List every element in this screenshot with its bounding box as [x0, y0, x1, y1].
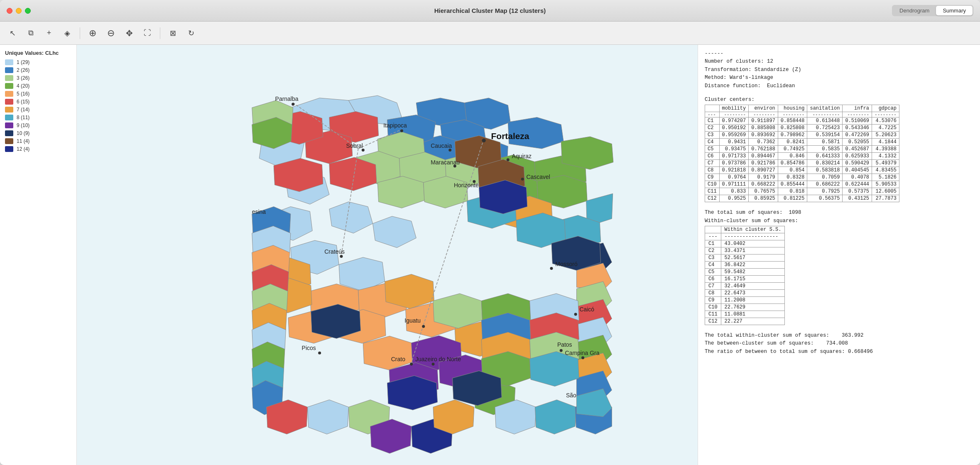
cluster-row-c10: C100.9711110.6682220.8554440.6862220.622… — [705, 181, 899, 188]
cluster-c2-mobility: 0.950192 — [719, 125, 749, 132]
within-ss-c5: 59.5482 — [721, 269, 785, 276]
cluster-c2-infra: 0.543346 — [843, 125, 872, 132]
refresh-tool[interactable]: ↻ — [184, 26, 198, 41]
cluster-c11-gdpcap: 12.6005 — [872, 188, 899, 195]
cluster-c8-sanitation: 0.583818 — [807, 167, 843, 174]
svg-text:Patos: Patos — [557, 341, 572, 348]
cluster-c7-sanitation: 0.830214 — [807, 160, 843, 167]
cluster-c9-sanitation: 0.7059 — [807, 174, 843, 181]
cluster-c12-sanitation: 0.56375 — [807, 195, 843, 202]
svg-point-115 — [432, 362, 435, 365]
svg-point-114 — [410, 362, 413, 365]
col-sanitation: sanitation — [807, 105, 843, 112]
within-ss-c9: 11.2008 — [721, 297, 785, 304]
legend-swatch-3 — [5, 75, 13, 81]
cluster-row-c6: C60.9717330.8944670.8460.6413330.6259334… — [705, 153, 899, 160]
zoom-in-tool[interactable]: ⊕ — [85, 26, 100, 41]
fullscreen-tool[interactable]: ⛶ — [140, 26, 155, 41]
svg-point-105 — [521, 178, 524, 181]
toolbar: ↖ ⧉ + ◈ ⊕ ⊖ ✥ ⛶ ⊠ ↻ — [0, 22, 980, 45]
legend-item-4: 4 (20) — [5, 83, 71, 89]
cluster-row-c8: C80.9218180.8907270.8540.5838180.4045454… — [705, 167, 899, 174]
svg-text:Picos: Picos — [302, 345, 316, 351]
cluster-c9-housing: 0.8328 — [778, 174, 807, 181]
cluster-c6-id: C6 — [705, 153, 720, 160]
summary-between-cluster: The between-cluster sum of squares: 734.… — [705, 340, 973, 348]
within-id-c12: C12 — [705, 318, 721, 325]
legend-item-2: 2 (26) — [5, 67, 71, 73]
svg-text:Campina Gra: Campina Gra — [565, 350, 600, 356]
summary-panel: ------ Number of clusters: 12 Transforma… — [698, 45, 980, 465]
cluster-c5-housing: 0.74925 — [778, 146, 807, 153]
within-ss-c12: 22.227 — [721, 318, 785, 325]
within-id-c2: C2 — [705, 247, 721, 255]
cluster-c12-id: C12 — [705, 195, 720, 202]
within-ss-c11: 11.0881 — [721, 311, 785, 318]
minimize-button[interactable] — [16, 8, 22, 14]
legend-swatch-6 — [5, 99, 13, 105]
legend-label-11: 11 (4) — [17, 138, 29, 144]
close-button[interactable] — [7, 8, 12, 14]
cluster-row-c11: C110.8330.765750.8180.79250.5737512.6005 — [705, 188, 899, 195]
cluster-c2-gdpcap: 4.7225 — [872, 125, 899, 132]
svg-point-106 — [448, 149, 451, 152]
main-content: Unique Values: CLhc 1 (29) 2 (26) 3 (26)… — [0, 45, 980, 465]
within-id-c11: C11 — [705, 311, 721, 318]
cluster-c3-environ: 0.893692 — [749, 132, 778, 139]
within-id-c4: C4 — [705, 262, 721, 269]
legend-item-1: 1 (29) — [5, 59, 71, 65]
tab-summary[interactable]: Summary — [936, 6, 973, 15]
legend-swatch-7 — [5, 107, 13, 113]
pan-tool[interactable]: ✥ — [122, 26, 137, 41]
legend-item-9: 9 (10) — [5, 122, 71, 128]
cluster-c1-housing: 0.858448 — [778, 117, 807, 125]
svg-text:Crato: Crato — [391, 356, 405, 362]
col-environ: environ — [749, 105, 778, 112]
cluster-c8-housing: 0.854 — [778, 167, 807, 174]
cluster-c4-sanitation: 0.5871 — [807, 139, 843, 146]
cluster-c10-mobility: 0.971111 — [719, 181, 749, 188]
maximize-button[interactable] — [25, 8, 31, 14]
summary-header: ------ — [705, 50, 973, 58]
zoom-out-tool[interactable]: ⊖ — [103, 26, 118, 41]
cluster-c4-housing: 0.8241 — [778, 139, 807, 146]
svg-point-118 — [574, 313, 577, 316]
svg-text:Horizonte: Horizonte — [454, 182, 479, 188]
col-gdpcap: gdpcap — [872, 105, 899, 112]
cluster-c11-sanitation: 0.7925 — [807, 188, 843, 195]
legend-item-11: 11 (4) — [5, 138, 71, 144]
within-id-c6: C6 — [705, 276, 721, 283]
title-bar: Hierarchical Cluster Map (12 clusters) D… — [0, 0, 980, 22]
cluster-c2-sanitation: 0.725423 — [807, 125, 843, 132]
legend-label-9: 9 (10) — [17, 122, 29, 128]
within-id-c5: C5 — [705, 269, 721, 276]
within-row-c12: C1222.227 — [705, 318, 785, 325]
cluster-c2-housing: 0.825808 — [778, 125, 807, 132]
map-area[interactable]: Fortaleza Aquiraz Cascavel Caucaia Marac… — [77, 45, 698, 465]
layers-tool[interactable]: ◈ — [60, 26, 75, 41]
crosshatch-tool[interactable]: ⊠ — [165, 26, 180, 41]
cluster-c8-id: C8 — [705, 167, 720, 174]
legend-label-8: 8 (11) — [17, 115, 29, 120]
cluster-row-c1: C10.9742070.9118970.8584480.6134480.5100… — [705, 117, 899, 125]
legend-swatch-9 — [5, 122, 13, 128]
cluster-c10-infra: 0.622444 — [843, 181, 872, 188]
cluster-c6-infra: 0.625933 — [843, 153, 872, 160]
svg-text:Fortaleza: Fortaleza — [491, 131, 529, 141]
select-tool[interactable]: ↖ — [5, 26, 20, 41]
cluster-c3-id: C3 — [705, 132, 720, 139]
legend-item-12: 12 (4) — [5, 146, 71, 152]
copy-tool[interactable]: ⧉ — [23, 26, 38, 41]
within-id-c9: C9 — [705, 297, 721, 304]
cluster-c4-gdpcap: 4.1844 — [872, 139, 899, 146]
add-tool[interactable]: + — [42, 26, 56, 41]
cluster-c11-mobility: 0.833 — [719, 188, 749, 195]
cluster-c10-id: C10 — [705, 181, 720, 188]
legend-label-7: 7 (14) — [17, 107, 29, 113]
svg-point-119 — [560, 349, 563, 352]
col-mobility: mobility — [719, 105, 749, 112]
tab-dendrogram[interactable]: Dendrogram — [893, 6, 936, 15]
cluster-row-c7: C70.9737860.9217860.8547860.8302140.5904… — [705, 160, 899, 167]
summary-transformation: Transformation: Standardize (Z) — [705, 66, 973, 74]
cluster-c1-gdpcap: 4.53076 — [872, 117, 899, 125]
